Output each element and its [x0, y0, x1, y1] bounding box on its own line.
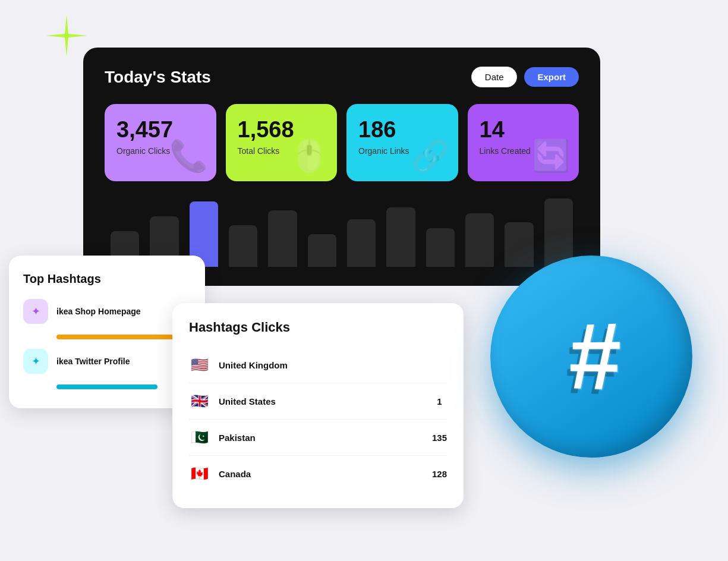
- stat-total-clicks: 1,568 Total Clicks 🖱️: [226, 104, 338, 181]
- hashtag-bar-2: [56, 384, 157, 389]
- bar-7: [347, 219, 376, 267]
- organic-clicks-icon: 📞: [169, 138, 208, 174]
- header-actions: Date Export: [471, 67, 579, 87]
- hashtag-3d-icon: #: [490, 256, 692, 458]
- links-created-icon: 🔄: [532, 138, 571, 174]
- hashtag-bar-2-wrap: [56, 384, 191, 389]
- hashtag-name-1: ikea Shop Homepage: [56, 307, 141, 316]
- country-count-pk: 135: [432, 433, 447, 443]
- country-item-ca: 🇨🇦 Canada 128: [189, 456, 447, 491]
- hashtag-item-2: ✦ ikea Twitter Profile: [23, 349, 191, 374]
- hashtag-name-2: ikea Twitter Profile: [56, 357, 130, 366]
- hashtag-bar-1: [56, 335, 175, 339]
- country-item-pk: 🇵🇰 Pakistan 135: [189, 420, 447, 456]
- country-left-pk: 🇵🇰 Pakistan: [189, 427, 256, 448]
- country-left-us: 🇬🇧 United States: [189, 390, 276, 412]
- bar-11: [505, 222, 533, 267]
- flag-pk: 🇵🇰: [189, 427, 210, 448]
- hashtag-bar-1-wrap: [56, 335, 191, 339]
- bar-6: [308, 234, 336, 267]
- stats-grid: 3,457 Organic Clicks 📞 1,568 Total Click…: [105, 104, 579, 181]
- bar-4: [229, 225, 257, 267]
- country-name-us: United States: [219, 396, 276, 406]
- country-item-us: 🇬🇧 United States 15: [189, 383, 447, 420]
- stats-header: Today's Stats Date Export: [105, 67, 579, 87]
- bar-10: [465, 213, 494, 267]
- country-count-ca: 128: [432, 469, 447, 479]
- country-count-us: 15: [437, 396, 447, 406]
- country-name-uk: United Kingdom: [219, 360, 288, 370]
- country-name-ca: Canada: [219, 469, 251, 479]
- bar-5: [268, 210, 297, 267]
- export-button[interactable]: Export: [524, 67, 579, 87]
- country-left-uk: 🇺🇸 United Kingdom: [189, 354, 288, 376]
- stat-organic-links: 186 Organic Links 🔗: [346, 104, 458, 181]
- bar-8: [386, 207, 415, 267]
- green-sparkle: [43, 12, 90, 59]
- hashtag-icon-2: ✦: [23, 349, 48, 374]
- country-item-uk: 🇺🇸 United Kingdom: [189, 347, 447, 383]
- hashtag-item-1: ✦ ikea Shop Homepage: [23, 299, 191, 324]
- bar-9: [426, 228, 455, 267]
- bar-12: [544, 198, 573, 267]
- flag-ca: 🇨🇦: [189, 463, 210, 484]
- stats-dashboard-card: Today's Stats Date Export 3,457 Organic …: [83, 48, 600, 286]
- stat-organic-clicks: 3,457 Organic Clicks 📞: [105, 104, 216, 181]
- date-button[interactable]: Date: [471, 67, 518, 87]
- flag-us: 🇬🇧: [189, 390, 210, 412]
- hashtags-clicks-card: Hashtags Clicks 🇺🇸 United Kingdom 🇬🇧 Uni…: [172, 303, 464, 508]
- top-hashtags-title: Top Hashtags: [23, 272, 191, 286]
- hashtag-symbol: #: [569, 308, 615, 405]
- country-left-ca: 🇨🇦 Canada: [189, 463, 251, 484]
- hashtag-icon-1: ✦: [23, 299, 48, 324]
- page-title: Today's Stats: [105, 68, 211, 87]
- organic-links-icon: 🔗: [411, 138, 450, 174]
- total-clicks-icon: 🖱️: [290, 138, 329, 174]
- flag-uk: 🇺🇸: [189, 354, 210, 376]
- hashtags-clicks-title: Hashtags Clicks: [189, 320, 447, 335]
- stat-links-created: 14 Links Created 🔄: [468, 104, 579, 181]
- country-name-pk: Pakistan: [219, 433, 256, 443]
